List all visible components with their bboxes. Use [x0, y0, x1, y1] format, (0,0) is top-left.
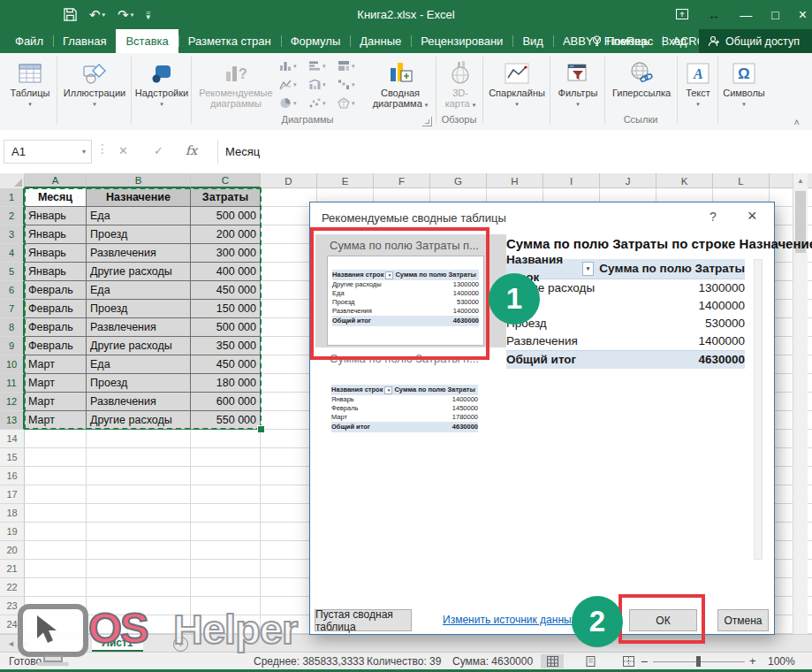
formula-input[interactable]: Месяц [217, 140, 808, 164]
cell-A3[interactable]: Январь [25, 225, 87, 244]
cell-A21[interactable] [25, 560, 87, 578]
cell-C3[interactable]: 200 000 [191, 225, 261, 244]
cell-C7[interactable]: 150 000 [191, 300, 261, 318]
cell-A14[interactable] [25, 430, 87, 448]
cell-C9[interactable]: 350 000 [191, 337, 261, 355]
sheet-tab-list1[interactable]: Лист1 [92, 635, 143, 653]
row-header-21[interactable]: 21 [0, 560, 25, 578]
row-header-8[interactable]: 8 [0, 318, 25, 337]
cell-A24[interactable] [25, 615, 87, 634]
cell-C22[interactable] [191, 578, 261, 597]
cell-B19[interactable] [87, 523, 191, 541]
cell-C17[interactable] [191, 485, 261, 504]
row-header-12[interactable]: 12 [0, 393, 25, 411]
cell-C10[interactable]: 450 000 [191, 355, 261, 374]
cell-B9[interactable]: Другие расходы [87, 337, 191, 355]
cell-B21[interactable] [87, 560, 191, 578]
cell-A19[interactable] [25, 523, 87, 541]
select-all-corner[interactable] [0, 173, 25, 188]
help-button[interactable]: Помощь [592, 35, 649, 48]
sheet-nav-right-icon[interactable]: ► [21, 639, 29, 648]
cell-B13[interactable]: Другие расходы [87, 411, 191, 430]
cell-A13[interactable]: Март [25, 411, 87, 430]
cell-C13[interactable]: 550 000 [191, 411, 261, 430]
ribbon-tab-6[interactable]: Рецензировани [411, 29, 512, 53]
cell-A20[interactable] [25, 541, 87, 560]
row-header-20[interactable]: 20 [0, 541, 25, 560]
column-header-B[interactable]: B [87, 173, 191, 188]
cell-B10[interactable]: Еда [87, 355, 191, 374]
column-header-K[interactable]: K [656, 173, 713, 188]
insert-function-icon[interactable]: fx [186, 143, 197, 157]
cancel-entry-icon[interactable]: ✕ [118, 144, 128, 157]
row-header-15[interactable]: 15 [0, 448, 25, 467]
row-header-16[interactable]: 16 [0, 467, 25, 485]
row-header-2[interactable]: 2 [0, 207, 25, 225]
column-header-E[interactable]: E [317, 173, 374, 188]
filter-dropdown-icon[interactable]: ▾ [582, 262, 594, 276]
row-header-7[interactable]: 7 [0, 300, 25, 318]
cell-B18[interactable] [87, 504, 191, 523]
cell-A18[interactable] [25, 504, 87, 523]
cell-C16[interactable] [191, 467, 261, 485]
scroll-up-icon[interactable]: ▲ [793, 173, 808, 185]
row-header-23[interactable]: 23 [0, 597, 25, 615]
cell-A15[interactable] [25, 448, 87, 467]
cell-B17[interactable] [87, 485, 191, 504]
row-header-10[interactable]: 10 [0, 355, 25, 374]
cell-C8[interactable]: 500 000 [191, 318, 261, 337]
cell-C15[interactable] [191, 448, 261, 467]
cell-C14[interactable] [191, 430, 261, 448]
cell-A5[interactable]: Январь [25, 263, 87, 281]
cell-A10[interactable]: Март [25, 355, 87, 374]
cell-A9[interactable]: Февраль [25, 337, 87, 355]
mini-chart-bar-button[interactable]: ▾ [307, 57, 336, 75]
column-header-D[interactable]: D [261, 173, 317, 188]
row-header-6[interactable]: 6 [0, 281, 25, 300]
cell-A17[interactable] [25, 485, 87, 504]
cell-A4[interactable]: Январь [25, 244, 87, 263]
ribbon-display-options-icon[interactable] [676, 9, 688, 21]
row-header-14[interactable]: 14 [0, 430, 25, 448]
cell-B2[interactable]: Еда [87, 207, 191, 225]
cell-C12[interactable]: 600 000 [191, 393, 261, 411]
row-header-19[interactable]: 19 [0, 523, 25, 541]
cell-B7[interactable]: Проезд [87, 300, 191, 318]
column-header-J[interactable]: J [600, 173, 656, 188]
pivot-suggestion-1[interactable]: Сумма по полю Затраты п...Названия строк… [315, 234, 506, 347]
row-header-4[interactable]: 4 [0, 244, 25, 263]
page-break-view-button[interactable] [617, 654, 640, 668]
cell-A23[interactable] [25, 597, 87, 615]
resize-arrows-icon[interactable]: ↔ [708, 9, 720, 21]
ribbon-tab-7[interactable]: Вид [512, 29, 553, 53]
ribbon-tab-3[interactable]: Разметка стран [178, 29, 281, 53]
mini-chart-line-button[interactable]: ▾ [277, 75, 307, 94]
cell-C21[interactable] [191, 560, 261, 578]
preview-scrollbar[interactable] [754, 259, 763, 560]
row-header-24[interactable]: 24 [0, 615, 25, 634]
illustrations-button[interactable]: Иллюстрации ▾ [60, 56, 129, 125]
cell-B11[interactable]: Проезд [87, 374, 191, 393]
row-header-11[interactable]: 11 [0, 374, 25, 393]
mini-chart-radar-button[interactable]: ▾ [336, 94, 365, 112]
cancel-button[interactable]: Отмена [717, 609, 769, 631]
normal-view-button[interactable] [541, 654, 564, 668]
mini-chart-hierarchy-button[interactable]: ▾ [336, 57, 365, 75]
column-header-F[interactable]: F [374, 173, 430, 188]
cell-C20[interactable] [191, 541, 261, 560]
cell-C4[interactable]: 300 000 [191, 244, 261, 263]
addins-button[interactable]: Надстройки ▾ [134, 56, 189, 125]
blank-pivottable-button[interactable]: Пустая сводная таблица [315, 609, 412, 631]
cell-A1[interactable]: Месяц [25, 188, 87, 207]
text-button[interactable]: A Текст ▾ [680, 56, 716, 125]
tables-button[interactable]: Таблицы ▾ [5, 56, 55, 125]
cell-A12[interactable]: Март [25, 393, 87, 411]
close-button[interactable]: × [799, 8, 807, 22]
cell-A11[interactable]: Март [25, 374, 87, 393]
row-header-22[interactable]: 22 [0, 578, 25, 597]
dialog-close-button[interactable]: × [747, 207, 757, 225]
cell-B6[interactable]: Еда [87, 281, 191, 300]
minimize-button[interactable]: — [740, 9, 752, 21]
zoom-slider-thumb[interactable] [696, 656, 701, 667]
name-box[interactable]: A1 ▾ [4, 140, 92, 164]
